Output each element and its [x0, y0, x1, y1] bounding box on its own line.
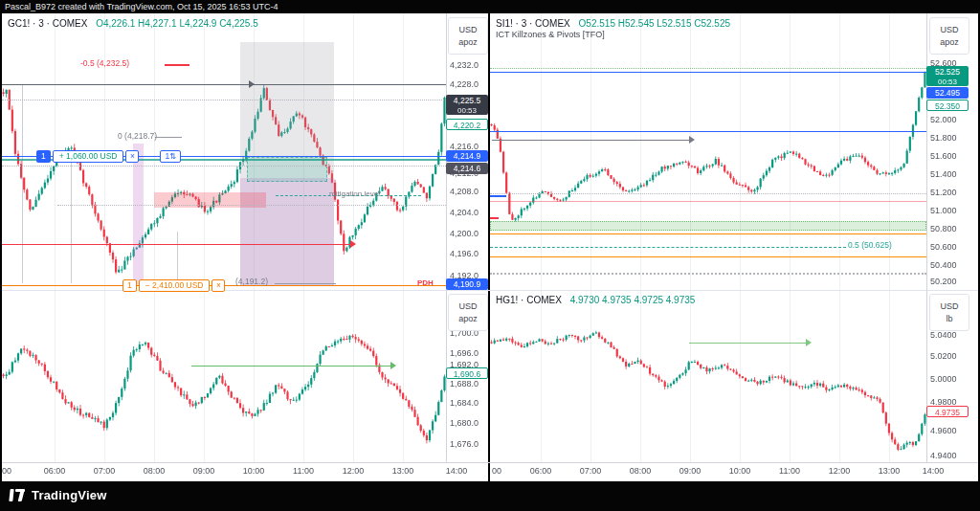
- gc-time-label: 13:00: [392, 466, 414, 476]
- close-position-button[interactable]: ×: [212, 279, 225, 292]
- gc-time-label: 12:00: [343, 466, 365, 476]
- si-blue-line-lower[interactable]: [490, 131, 926, 132]
- si-price-tick: 50.400: [930, 260, 957, 270]
- gc-time-label: 00: [2, 466, 11, 476]
- gc-fib-minus05-line[interactable]: [165, 64, 189, 66]
- gc-time-label: 06:00: [44, 466, 66, 476]
- si-axis-unit-box[interactable]: USD apoz: [929, 17, 969, 55]
- bottom_left-price-tick: 1,676.0: [450, 439, 479, 449]
- gc-axis-unit-box[interactable]: USD apoz: [448, 17, 488, 55]
- watermark-text: TradingView: [32, 488, 107, 502]
- si-dotted-line-upper: [490, 193, 926, 194]
- gc-symbol-title[interactable]: GC1! · 3 · COMEX: [8, 18, 87, 29]
- position-qty-badge[interactable]: 1: [122, 279, 137, 292]
- bl-axis-unit-box[interactable]: USD apoz: [448, 294, 488, 331]
- gc-long-position-tool[interactable]: 1 + 1,060.00 USD × 1⇅: [36, 150, 181, 163]
- si-time-label: 08:00: [630, 466, 652, 476]
- si-green-level-badge: 52.350: [926, 100, 969, 111]
- si-last-price-badge: 52.52500:53: [926, 66, 969, 86]
- gc-vertical-line-3: [177, 232, 178, 283]
- tradingview-multichart: Pascal_B972 created with TradingView.com…: [0, 0, 980, 511]
- gc-pdh-label: PDH: [417, 278, 434, 287]
- hg-green-arrow-line[interactable]: [689, 343, 806, 344]
- position-qty-badge[interactable]: 1: [36, 150, 51, 163]
- bottom_left-price-tick: 1,688.0: [450, 379, 479, 389]
- si-gray-dotted-line-lower: [490, 273, 926, 275]
- si-time-label: 06:00: [530, 466, 552, 476]
- reverse-position-button[interactable]: 1⇅: [160, 150, 181, 163]
- position-pnl-label[interactable]: + 1,060.00 USD: [53, 150, 124, 163]
- gc-vertical-line-1: [22, 84, 23, 283]
- hg-price-tick: 4.9400: [930, 451, 957, 460]
- hg-price-tick: 4.9600: [930, 426, 957, 435]
- gc-horizontal-arrow-line[interactable]: [2, 84, 446, 85]
- si-red-stub-line: [490, 217, 499, 219]
- bl-green-arrow-line-arrowhead: [390, 362, 400, 369]
- si-time-label: 10:00: [729, 466, 751, 476]
- si-time-label: 00: [492, 466, 501, 476]
- gc-ohlc-values: O4,226.1 H4,227.1 L4,224.9 C4,225.5: [96, 18, 258, 29]
- close-position-button[interactable]: ×: [125, 150, 139, 163]
- gc-time-label: 14:00: [446, 466, 468, 476]
- si-time-label: 07:00: [580, 466, 602, 476]
- si-green-dotted-line: [490, 68, 926, 69]
- gc-level-text-label: mitigation level: [329, 189, 380, 198]
- gc-price-tick: 4,208.0: [450, 187, 479, 196]
- tradingview-logo[interactable]: TradingView: [10, 488, 107, 502]
- si-blue-level-badge: 52.495: [926, 87, 969, 99]
- bottom_left-price-tick: 1,696.0: [450, 348, 479, 358]
- gc-last-price-badge: 4,225.500:53: [446, 95, 488, 115]
- gc-short-position-tool[interactable]: 1 − 2,410.00 USD ×: [122, 279, 225, 292]
- gc-price-tick: 4,204.0: [450, 208, 479, 217]
- si-price-tick: 51.600: [930, 151, 957, 161]
- si-price-tick: 52.000: [930, 115, 957, 124]
- si-price-tick: 50.800: [930, 224, 957, 233]
- gc-fib-0-line[interactable]: [155, 137, 182, 138]
- gc-dotted-line-mid: [2, 166, 446, 167]
- gc-fib-1-label: (4,191.2): [235, 277, 268, 286]
- si-indicator-label[interactable]: ICT Killzones & Pivots [TFO]: [496, 30, 605, 39]
- si-fib-half-line[interactable]: [490, 247, 846, 248]
- hg-last-price-badge: 4.9735: [926, 406, 969, 417]
- hg-price-tick: 5.0200: [930, 351, 957, 361]
- si-time-label: 11:00: [779, 466, 800, 476]
- si-orange-line-lower: [490, 256, 926, 257]
- si-time-label: 14:00: [923, 466, 945, 476]
- watermark-bar: TradingView: [0, 481, 980, 511]
- unit-label: apoz: [458, 314, 478, 323]
- currency-label: USD: [940, 25, 958, 34]
- hg-symbol-title[interactable]: HG1! · COMEX: [496, 295, 562, 305]
- hg-axis-unit-box[interactable]: USD lb: [929, 294, 969, 331]
- si-price-tick: 50.600: [930, 242, 957, 252]
- attribution-text: Pascal_B972 created with TradingView.com…: [5, 2, 278, 11]
- bottom_left-price-tick: 1,680.0: [450, 418, 479, 428]
- si-price-tick: 51.800: [930, 133, 957, 143]
- si-gray-arrow-line[interactable]: [492, 140, 689, 141]
- si-pink-level-line: [490, 201, 926, 202]
- si-orange-line-upper: [490, 233, 926, 234]
- gc-red-arrow-line[interactable]: [2, 244, 350, 245]
- gc-vertical-line-2: [71, 156, 72, 283]
- unit-label: lb: [946, 314, 952, 323]
- bl-green-arrow-line[interactable]: [191, 366, 390, 367]
- hg-green-arrow-line-arrowhead: [806, 339, 815, 346]
- si-blue-line-upper[interactable]: [490, 72, 926, 73]
- gc-dotted-line-upper: [2, 100, 446, 100]
- gc-price-tick: 4,196.0: [450, 249, 479, 258]
- gc-gray-level-badge: 4,214.6: [446, 163, 488, 174]
- si-blue-stub-line: [490, 195, 506, 197]
- position-pnl-label[interactable]: − 2,410.00 USD: [139, 279, 211, 292]
- si-price-tick: 50.200: [930, 277, 957, 286]
- si-fib-half-label: 0.5 (50.625): [848, 240, 892, 250]
- attribution-bar: Pascal_B972 created with TradingView.com…: [0, 0, 980, 13]
- currency-label: USD: [458, 25, 477, 34]
- charts-canvas[interactable]: [0, 0, 980, 511]
- gc-fib-0-label: 0 (4,218.7): [118, 131, 157, 141]
- unit-label: apoz: [940, 37, 959, 47]
- unit-label: apoz: [458, 37, 478, 47]
- si-symbol-title[interactable]: SI1! · 3 · COMEX: [496, 18, 570, 29]
- hg-legend: HG1! · COMEX 4.9730 4.9735 4.9725 4.9735: [496, 295, 695, 305]
- gc-price-tick: 4,232.0: [450, 60, 479, 70]
- gc-fib-1-line[interactable]: [275, 283, 336, 284]
- gc-time-label: 08:00: [144, 466, 166, 476]
